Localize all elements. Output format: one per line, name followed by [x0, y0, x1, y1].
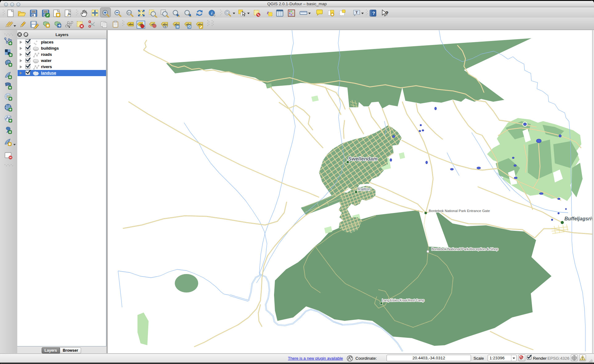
- svg-text:Lang Elsies Kraal Rest Camp: Lang Elsies Kraal Rest Camp: [382, 298, 424, 302]
- svg-text:T: T: [355, 10, 358, 14]
- svg-text:1:1: 1:1: [128, 12, 131, 14]
- svg-text:Buffeljagsrivier: Buffeljagsrivier: [564, 216, 594, 221]
- svg-text:Railton: Railton: [358, 187, 370, 191]
- svg-text:Bontebok National Park Recepti: Bontebok National Park Reception & Shop: [432, 247, 498, 251]
- svg-text:abc: abc: [163, 22, 168, 26]
- svg-text:Bontebok National Park Entranc: Bontebok National Park Entrance Gate: [429, 209, 490, 213]
- svg-text:i: i: [211, 11, 212, 15]
- svg-text:?: ?: [372, 10, 375, 16]
- svg-text:?: ?: [385, 10, 388, 16]
- svg-text:Swellendam: Swellendam: [348, 156, 377, 162]
- svg-text:abc: abc: [129, 22, 133, 26]
